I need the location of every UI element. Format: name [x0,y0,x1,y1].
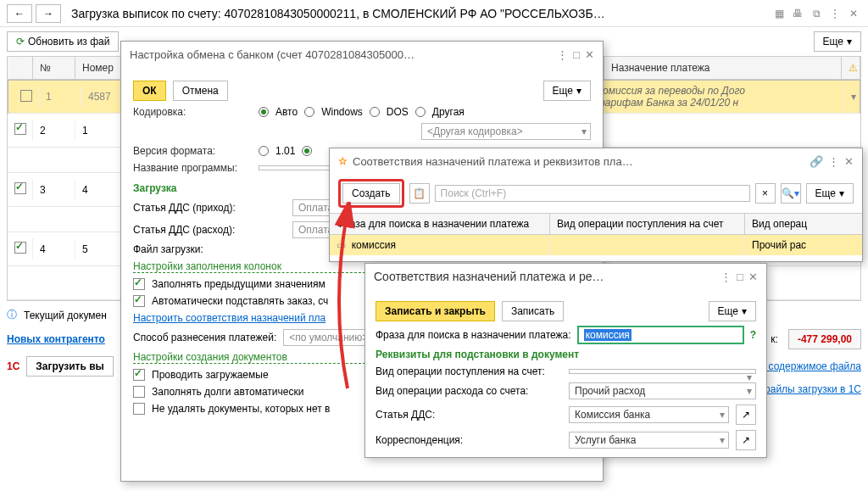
save-button[interactable]: Записать [502,301,564,321]
mapping-row[interactable]: ▭ комиссия Прочий рас [330,235,862,255]
save-close-button[interactable]: Записать и закрыть [376,301,495,321]
col-nmr: Номер [75,57,126,79]
maximize-icon[interactable]: □ [737,271,743,283]
new-counterparties-link[interactable]: Новых контрагенто [7,333,105,345]
more-button[interactable]: Еще ▾ [709,301,756,321]
row-checkbox[interactable] [14,182,26,194]
radio-v-other[interactable] [302,146,312,156]
info-icon: ⓘ [7,308,17,322]
ok-button[interactable]: ОК [133,81,166,101]
op-in-select[interactable] [569,369,756,374]
help-icon[interactable]: ? [750,329,756,341]
nodel-check[interactable] [133,403,145,415]
more-icon[interactable]: ⋮ [721,271,732,283]
phrase-input[interactable]: комиссия [578,326,743,343]
more-icon[interactable]: ⋮ [828,155,839,168]
row-checkbox[interactable] [14,123,26,135]
load-button[interactable]: Загрузить вы [26,356,113,377]
dds-select[interactable]: Комиссия банка [569,406,729,423]
radio-dos[interactable] [370,107,380,117]
1c-icon: 1С [7,360,19,372]
corr-select[interactable]: Услуги банка [569,432,729,449]
star-icon[interactable]: ☆ [338,155,348,167]
close-icon[interactable]: ✕ [748,271,758,283]
mapping-edit-window: Соответствия назначений платежа и ре… ⋮ … [364,263,767,458]
win1-title: Настройка обмена с банком (счет 40702810… [130,48,552,61]
col-num: № [33,57,75,79]
copy-button[interactable]: 📋 [409,183,430,204]
debts-check[interactable] [133,386,145,398]
create-highlight: Создать [338,179,404,208]
radio-other[interactable] [415,107,426,117]
open-icon[interactable]: ↗ [736,405,756,425]
search-input[interactable]: Поиск (Ctrl+F) [435,185,750,202]
col-purpose: Назначение платежа [604,57,842,79]
open-icon[interactable]: ↗ [736,430,756,450]
radio-v101[interactable] [259,146,269,156]
configure-link[interactable]: Настроить соответствия назначений пла [133,312,326,324]
title-bar: ← → Загрузка выписок по счету: 407028108… [0,0,868,27]
radio-windows[interactable] [304,107,314,117]
radio-auto[interactable] [259,107,269,117]
fill-prev-check[interactable] [133,278,145,290]
close-icon[interactable]: ✕ [846,6,861,21]
refresh-button[interactable]: ⟳Обновить из фай [7,31,119,52]
win2-title: Соответствия назначений платежа и реквиз… [353,155,804,168]
op-out-select[interactable]: Прочий расход [569,382,756,399]
more-button[interactable]: Еще ▾ [806,183,854,204]
files-link[interactable]: файлы загрузки в 1С [762,383,861,395]
maximize-icon[interactable]: □ [573,48,580,61]
close-icon[interactable]: ✕ [844,155,854,168]
more-button[interactable]: Еще ▾ [543,81,591,101]
col-check [8,57,33,79]
more-icon[interactable]: ⋮ [827,6,843,21]
row-checkbox[interactable] [20,90,32,102]
sum-value: -477 299,00 [788,329,861,349]
content-link[interactable]: о содержимое файла [760,360,862,372]
more-button[interactable]: Еще ▾ [814,31,861,52]
process-check[interactable] [133,369,145,381]
copy-icon[interactable]: ⧉ [809,6,824,21]
row-checkbox[interactable] [14,242,26,254]
warning-icon: ⚠ [849,62,858,74]
clear-search-button[interactable]: × [755,183,776,204]
link-icon[interactable]: 🔗 [810,155,823,168]
encoding-select[interactable]: <Другая кодировка> [421,123,591,140]
win3-title: Соответствия назначений платежа и ре… [374,270,715,283]
window-title: Загрузка выписок по счету: 4070281084305… [64,7,768,20]
auto-sub-check[interactable] [133,295,145,307]
close-icon[interactable]: ✕ [585,48,594,61]
search-button[interactable]: 🔍▾ [781,183,801,204]
calendar-icon[interactable]: ▦ [771,6,787,21]
cancel-button[interactable]: Отмена [173,81,228,101]
forward-button[interactable]: → [36,4,61,23]
mappings-list-window: ☆ Соответствия назначений платежа и рекв… [329,148,863,262]
create-button[interactable]: Создать [342,183,400,204]
more-icon[interactable]: ⋮ [557,48,568,61]
back-button[interactable]: ← [7,4,32,23]
print-icon[interactable]: 🖶 [790,6,805,21]
